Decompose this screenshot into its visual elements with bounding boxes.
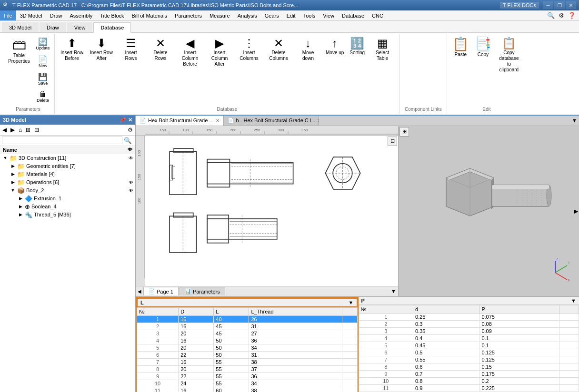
menu-gears[interactable]: Gears (261, 10, 283, 20)
expand-body2[interactable]: ▼ (10, 187, 16, 194)
paste-button[interactable]: 📋 Paste (450, 36, 471, 59)
table-row[interactable]: 8 0.6 0.15 (359, 363, 579, 370)
doc-scroll-arrow[interactable]: ▼ (572, 118, 577, 123)
eye-operations[interactable]: 👁 (129, 180, 133, 185)
menu-analysis[interactable]: Analysis (234, 10, 261, 20)
tree-item-extrusion1[interactable]: ▶ 🔷 Extrusion_1 (0, 195, 135, 203)
nav-collapse[interactable]: ⊟ (33, 126, 40, 134)
menu-titleblock[interactable]: Title Block (96, 10, 128, 20)
doc-tab2-close[interactable]: ✕ (317, 118, 319, 123)
left-table-dropdown[interactable]: ▼ (349, 300, 354, 305)
tab-view[interactable]: View (67, 22, 93, 32)
menu-cnc[interactable]: CNC (368, 10, 387, 20)
save-button[interactable]: 💾 Save (34, 71, 51, 88)
new-button[interactable]: 📄 New (34, 53, 51, 70)
menu-tools[interactable]: Tools (299, 10, 319, 20)
table-properties-button[interactable]: 🗃 Table Properties (5, 36, 33, 66)
sorting-button[interactable]: 🔢 Sorting (347, 36, 367, 58)
page-tab-params[interactable]: 📊 Parameters (180, 287, 225, 295)
table-row[interactable]: 10 24 55 34 (137, 380, 358, 387)
nav-forward[interactable]: ▶ (9, 126, 16, 134)
table-row[interactable]: 10 0.8 0.2 (359, 377, 579, 384)
table-row[interactable]: 2 16 45 31 (137, 323, 358, 330)
tree-item-thread5[interactable]: ▶ 🔩 Thread_5 [M36] (0, 211, 135, 219)
search-button[interactable]: 🔍 (122, 137, 133, 145)
expand-3d-construction[interactable]: ▼ (2, 155, 9, 161)
close-button[interactable]: ✕ (566, 1, 576, 9)
tree-item-geometric-entities[interactable]: ▶ 📁 Geometric entities [7] (0, 162, 135, 170)
restore-button[interactable]: ❐ (554, 1, 565, 9)
table-row[interactable]: 3 20 45 27 (137, 330, 358, 337)
move-up-button[interactable]: ↑ Move up (323, 36, 346, 58)
table-row[interactable]: 4 0.4 0.1 (359, 334, 579, 342)
delete-button[interactable]: 🗑 Delete (34, 88, 51, 105)
expand-extrusion1[interactable]: ▶ (17, 195, 24, 202)
table-row[interactable]: 5 0.45 0.1 (359, 342, 579, 349)
eye-3d-construction[interactable]: 👁 (129, 156, 133, 161)
insert-col-after-button[interactable]: ▶ Insert Column After (205, 36, 234, 69)
menu-3dmodel[interactable]: 3D Model (16, 10, 46, 20)
menu-bom[interactable]: Bill of Materials (128, 10, 171, 20)
table-row[interactable]: 1 16 40 26 (137, 315, 358, 323)
right-table-dropdown[interactable]: ▼ (571, 298, 576, 304)
tab-database[interactable]: Database (93, 22, 131, 33)
update-button[interactable]: 🔄 Update (34, 36, 51, 52)
tree-item-3d-construction[interactable]: ▼ 📁 3D Construction [11] 👁 (0, 154, 135, 162)
table-row[interactable]: 3 0.35 0.09 (359, 327, 579, 334)
table-row[interactable]: 11 0.9 0.225 (359, 384, 579, 392)
table-row[interactable]: 5 20 50 34 (137, 344, 358, 351)
doc-tab-2[interactable]: 📄 b - Hex Bolt Structural Grade C l... ✕ (224, 116, 319, 126)
table-row[interactable]: 8 20 55 37 (137, 365, 358, 372)
panel-close-icon[interactable]: ✕ (128, 117, 132, 123)
eye-body2[interactable]: 👁 (129, 188, 133, 193)
insert-columns-button[interactable]: ⋮ Insert Columns (235, 36, 263, 63)
menu-edit[interactable]: Edit (283, 10, 299, 20)
expand-geometric[interactable]: ▶ (10, 163, 16, 169)
view-3d-mode-icon[interactable]: ⊞ (399, 127, 409, 137)
nav-back[interactable]: ◀ (1, 126, 8, 134)
page-scroll-left[interactable]: ◀ (138, 289, 141, 294)
insert-rows-button[interactable]: ☰ Insert Rows (117, 36, 145, 63)
expand-operations[interactable]: ▶ (10, 179, 16, 186)
expand-thread5[interactable]: ▶ (17, 211, 24, 218)
copy-button[interactable]: 📑 Copy (472, 36, 494, 59)
table-row[interactable]: 4 16 50 36 (137, 337, 358, 344)
menu-parameters[interactable]: Parameters (171, 10, 206, 20)
table-row[interactable]: 7 16 55 38 (137, 358, 358, 365)
toolbar-help[interactable]: ❓ (567, 11, 577, 20)
tree-item-operations[interactable]: ▶ 📁 Operations [6] 👁 (0, 178, 135, 186)
menu-assembly[interactable]: Assembly (66, 10, 96, 20)
table-row[interactable]: 1 0.25 0.075 (359, 313, 579, 320)
left-table-scroll[interactable]: № D L L_Thread 1 16 40 26 2 16 45 31 (137, 307, 358, 392)
select-table-button[interactable]: ▦ Select Table (368, 36, 397, 63)
docs-menu[interactable]: T-FLEX DOCs (500, 2, 539, 9)
tree-item-materials[interactable]: ▶ 📁 Materials [4] (0, 170, 135, 178)
menu-database[interactable]: Database (338, 10, 368, 20)
toolbar-settings[interactable]: ⚙ (557, 11, 566, 20)
menu-draw[interactable]: Draw (46, 10, 66, 20)
copy-db-button[interactable]: 📋 Copy database to clipboard (495, 36, 523, 75)
table-row[interactable]: 9 0.7 0.175 (359, 370, 579, 377)
table-row[interactable]: 11 16 60 38 (137, 387, 358, 392)
page-tab-1[interactable]: 📄 Page 1 (143, 287, 179, 295)
menu-file[interactable]: File (0, 10, 16, 20)
nav-home[interactable]: ⌂ (17, 126, 23, 134)
insert-col-before-button[interactable]: ◀ Insert Column Before (176, 36, 204, 69)
tab-3dmodel[interactable]: 3D Model (2, 22, 39, 32)
col-eye-icon[interactable]: 👁 (128, 147, 132, 152)
page-dropdown[interactable]: ▼ (391, 288, 396, 294)
table-row[interactable]: 7 0.55 0.125 (359, 356, 579, 363)
doc-tab1-close[interactable]: ✕ (216, 118, 220, 123)
table-row[interactable]: 6 0.5 0.125 (359, 349, 579, 356)
expand-boolean4[interactable]: ▶ (17, 203, 24, 210)
search-input[interactable] (2, 137, 122, 144)
menu-view[interactable]: View (319, 10, 338, 20)
minimize-button[interactable]: ─ (543, 1, 553, 9)
table-row[interactable]: 2 0.3 0.08 (359, 320, 579, 327)
drawing-mode-icon[interactable]: ⊟ (388, 137, 397, 146)
delete-columns-button[interactable]: ✕ Delete Columns (264, 36, 293, 63)
doc-tab-1[interactable]: 📄 Hex Bolt Structural Grade ... ✕ (136, 116, 224, 126)
nav-expand[interactable]: ⊞ (24, 126, 32, 134)
insert-row-before-button[interactable]: ⬆ Insert Row Before (58, 36, 86, 63)
table-row[interactable]: 9 22 55 36 (137, 372, 358, 380)
